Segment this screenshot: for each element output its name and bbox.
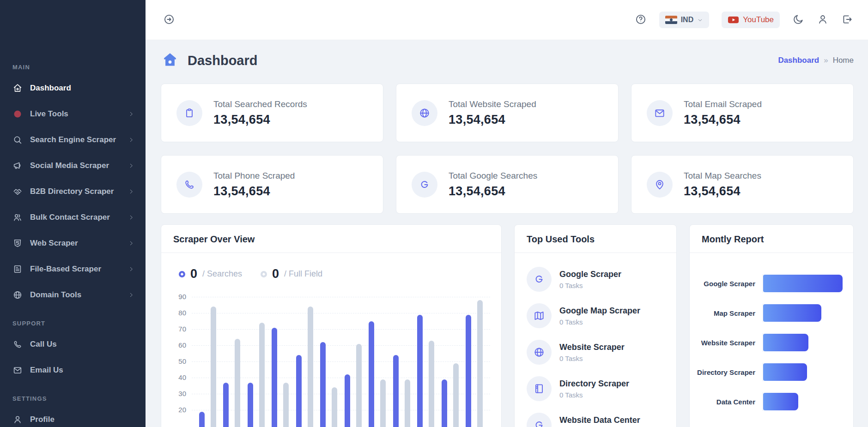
stat-card: Total Searched Records13,54,654 xyxy=(161,84,383,142)
bar-group xyxy=(417,315,434,427)
globe-icon xyxy=(12,290,23,300)
monthly-row: Google Scraper xyxy=(694,269,844,298)
sidebar-item-label: File-Based Scraper xyxy=(30,265,101,274)
full-field-bar xyxy=(283,383,289,427)
bar-series xyxy=(199,297,483,427)
chart-legend: 0/ Searches0/ Full Field xyxy=(179,267,501,281)
megaphone-icon xyxy=(12,161,23,171)
tool-tasks: 0 Tasks xyxy=(559,355,625,362)
sidebar-item-live-tools[interactable]: Live Tools xyxy=(0,101,146,127)
help-button[interactable] xyxy=(635,13,647,27)
sidebar-item-search-engine-scraper[interactable]: Search Engine Scraper xyxy=(0,127,146,153)
monthly-category-label: Map Scraper xyxy=(694,309,763,317)
searches-bar xyxy=(369,321,374,427)
sidebar-item-domain-tools[interactable]: Domain Tools xyxy=(0,282,146,308)
sidebar-item-label: Email Us xyxy=(30,366,63,375)
sidebar-item-file-based-scraper[interactable]: File-Based Scraper xyxy=(0,256,146,282)
breadcrumb-separator: » xyxy=(824,56,828,65)
stat-value: 13,54,654 xyxy=(213,184,295,198)
tool-tasks: 0 Tasks xyxy=(559,391,629,399)
monthly-bar xyxy=(763,334,808,351)
scraper-overview-header: Scraper Over View xyxy=(161,225,501,253)
sidebar-item-dashboard[interactable]: Dashboard xyxy=(0,75,146,101)
sidebar-item-email-us[interactable]: Email Us xyxy=(0,357,146,383)
sidebar-item-label: Profile xyxy=(30,415,55,424)
bar-group xyxy=(248,323,265,427)
topbar: IND YouTube xyxy=(146,0,868,40)
monthly-row: Website Scraper xyxy=(694,328,844,357)
stat-label: Total Website Scraped xyxy=(449,99,536,109)
searches-bar xyxy=(466,315,471,427)
youtube-button[interactable]: YouTube xyxy=(722,12,780,28)
stat-card: Total Website Scraped13,54,654 xyxy=(396,84,619,142)
monthly-category-label: Website Scraper xyxy=(694,339,763,347)
mail-icon xyxy=(647,100,673,126)
searches-bar xyxy=(296,355,302,427)
searches-bar xyxy=(442,379,447,427)
monthly-bar xyxy=(763,393,798,410)
tool-item-google-map-scraper[interactable]: Google Map Scraper0 Tasks xyxy=(527,303,664,328)
stat-label: Total Google Searches xyxy=(449,171,537,181)
legend-marker-icon xyxy=(261,271,267,277)
stat-value: 13,54,654 xyxy=(684,113,762,127)
chevron-right-icon xyxy=(128,240,134,247)
full-field-bar xyxy=(211,307,216,427)
stat-value: 13,54,654 xyxy=(213,113,307,127)
bottom-row: Scraper Over View 0/ Searches0/ Full Fie… xyxy=(161,224,854,427)
sidebar-item-web-scraper[interactable]: Web Scraper xyxy=(0,230,146,256)
question-circle-icon xyxy=(635,13,647,27)
moon-icon xyxy=(792,13,804,27)
globe-icon xyxy=(527,340,552,365)
sidebar-item-label: B2B Directory Scraper xyxy=(30,187,114,196)
sidebar-section-label: MAIN xyxy=(12,64,146,71)
youtube-label: YouTube xyxy=(743,15,774,24)
g-letter-icon xyxy=(527,413,552,427)
profile-button[interactable] xyxy=(817,13,829,27)
map-icon xyxy=(527,303,552,328)
monthly-bar xyxy=(763,363,807,381)
clipboard-icon xyxy=(176,100,202,126)
breadcrumb-home[interactable]: Home xyxy=(833,56,854,65)
sidebar-item-profile[interactable]: Profile xyxy=(0,407,146,427)
stat-card: Total Phone Scraped13,54,654 xyxy=(161,155,383,214)
sidebar-item-b2b-directory-scraper[interactable]: B2B Directory Scraper xyxy=(0,179,146,204)
sidebar-item-label: Social Media Scraper xyxy=(30,161,109,170)
chevron-right-icon xyxy=(128,162,134,169)
sidebar-collapse-button[interactable] xyxy=(163,13,175,27)
bar-group xyxy=(296,307,313,427)
tool-item-website-scraper[interactable]: Website Scraper0 Tasks xyxy=(527,340,664,365)
sidebar-item-call-us[interactable]: Call Us xyxy=(0,331,146,357)
phone-icon xyxy=(176,172,202,198)
stat-card: Total Map Searches13,54,654 xyxy=(631,155,854,214)
language-selector[interactable]: IND xyxy=(659,12,710,28)
tool-item-google-scraper[interactable]: Google Scraper0 Tasks xyxy=(527,267,664,292)
language-label: IND xyxy=(681,16,694,24)
logout-button[interactable] xyxy=(841,13,853,27)
full-field-bar xyxy=(429,341,434,427)
legend-label: / Searches xyxy=(202,269,242,279)
stat-label: Total Map Searches xyxy=(684,171,761,181)
mail-icon xyxy=(12,365,23,375)
sidebar-item-bulk-contact-scraper[interactable]: Bulk Contact Scraper xyxy=(0,204,146,230)
tool-name: Directory Scraper xyxy=(559,379,629,389)
chevron-right-icon xyxy=(128,214,134,221)
y-axis-label: 50 xyxy=(170,357,186,365)
map-pin-icon xyxy=(647,172,673,198)
searches-bar xyxy=(417,315,423,427)
chevron-right-icon xyxy=(128,111,134,117)
bar-group xyxy=(223,339,240,427)
tool-item-website-data-center[interactable]: Website Data Center0 Tasks xyxy=(527,413,664,427)
breadcrumb-current[interactable]: Dashboard xyxy=(778,56,819,65)
sidebar-item-social-media-scraper[interactable]: Social Media Scraper xyxy=(0,153,146,179)
bar-group xyxy=(320,342,337,427)
tools-list: Google Scraper0 TasksGoogle Map Scraper0… xyxy=(515,253,676,427)
bar-group xyxy=(369,321,386,427)
sidebar-item-label: Call Us xyxy=(30,340,57,349)
tool-item-directory-scraper[interactable]: Directory Scraper0 Tasks xyxy=(527,376,664,401)
book-icon xyxy=(527,376,552,401)
sidebar-item-label: Dashboard xyxy=(30,84,71,93)
tool-tasks: 0 Tasks xyxy=(559,282,621,289)
web-shield-icon xyxy=(12,238,23,248)
legend-value: 0 xyxy=(190,267,197,281)
dark-mode-toggle[interactable] xyxy=(792,13,804,27)
